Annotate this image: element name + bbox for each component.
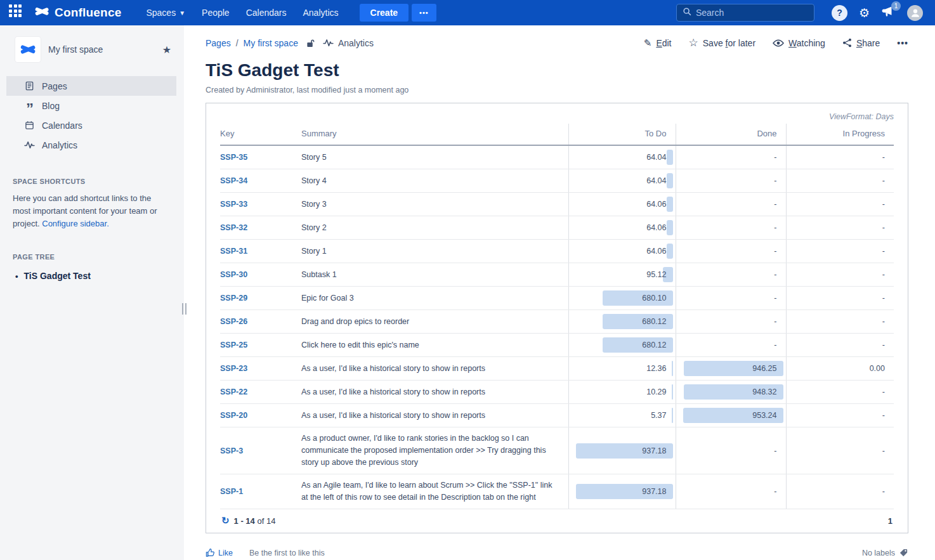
help-icon[interactable]: ? xyxy=(832,5,847,21)
todo-bar xyxy=(672,408,673,423)
issue-key-link[interactable]: SSP-33 xyxy=(220,200,247,209)
done-value: - xyxy=(774,341,776,349)
inprogress-value: - xyxy=(882,153,885,162)
sidebar-item-analytics[interactable]: Analytics xyxy=(6,135,176,155)
issue-key-link[interactable]: SSP-34 xyxy=(220,176,247,185)
nav-analytics[interactable]: Analytics xyxy=(303,8,338,18)
gear-icon[interactable]: ⚙ xyxy=(859,7,870,19)
issue-key-link[interactable]: SSP-29 xyxy=(220,294,247,303)
sidebar-item-calendars[interactable]: Calendars xyxy=(6,115,176,135)
issue-key-link[interactable]: SSP-20 xyxy=(220,411,247,420)
col-header-inprogress[interactable]: In Progress xyxy=(786,124,894,145)
inprogress-value: 0.00 xyxy=(870,364,885,373)
confluence-logo-icon xyxy=(34,4,49,22)
issue-summary: Story 3 xyxy=(301,193,568,216)
page-title: TiS Gadget Test xyxy=(206,60,908,81)
table-row: SSP-34 Story 4 64.04 - - xyxy=(220,169,894,193)
analytics-icon xyxy=(23,141,36,149)
issue-key-link[interactable]: SSP-26 xyxy=(220,317,247,326)
labels-section[interactable]: No labels xyxy=(862,548,908,557)
user-avatar[interactable] xyxy=(907,5,923,21)
col-header-summary[interactable]: Summary xyxy=(301,124,568,145)
todo-bar xyxy=(672,361,673,376)
table-row: SSP-22 As a user, I'd like a historical … xyxy=(220,381,894,404)
issue-key-link[interactable]: SSP-25 xyxy=(220,341,247,349)
issue-summary: Story 1 xyxy=(301,240,568,263)
done-value: - xyxy=(774,270,776,279)
sidebar-resize-grip[interactable] xyxy=(182,303,186,315)
configure-sidebar-link[interactable]: Configure sidebar. xyxy=(42,219,109,228)
sidebar-item-pages[interactable]: Pages xyxy=(6,76,176,96)
breadcrumb-pages-link[interactable]: Pages xyxy=(206,38,231,48)
todo-bar xyxy=(667,244,673,259)
favorite-star-icon[interactable]: ★ xyxy=(162,44,171,56)
save-for-later-button[interactable]: ☆ Save for later xyxy=(689,36,756,49)
table-row: SSP-32 Story 2 64.06 - - xyxy=(220,216,894,240)
nav-spaces[interactable]: Spaces ▼ xyxy=(146,8,185,18)
breadcrumb-space-link[interactable]: My first space xyxy=(244,38,298,48)
nav-more-button[interactable]: ••• xyxy=(412,4,436,22)
unlocked-icon[interactable] xyxy=(306,38,315,48)
col-header-done[interactable]: Done xyxy=(676,124,786,145)
share-button[interactable]: Share xyxy=(842,38,880,48)
like-button[interactable]: Like xyxy=(206,548,233,557)
inprogress-value: - xyxy=(882,270,885,279)
inprogress-value: - xyxy=(882,487,885,496)
done-value: - xyxy=(774,294,776,303)
issue-summary: As an Agile team, I'd like to learn abou… xyxy=(301,474,568,509)
todo-value: 937.18 xyxy=(642,487,666,496)
issue-summary: As a product owner, I'd like to rank sto… xyxy=(301,427,568,474)
page-more-button[interactable]: ••• xyxy=(897,38,908,48)
first-like-text: Be the first to like this xyxy=(249,549,325,557)
space-name[interactable]: My first space xyxy=(48,44,162,55)
issue-key-link[interactable]: SSP-1 xyxy=(220,487,243,496)
sidebar-item-blog[interactable]: ” Blog xyxy=(6,96,176,115)
done-value: - xyxy=(774,176,776,185)
issue-key-link[interactable]: SSP-3 xyxy=(220,446,243,455)
issue-summary: Story 4 xyxy=(301,169,568,193)
todo-bar xyxy=(667,197,673,212)
confluence-home-link[interactable]: Confluence xyxy=(34,4,121,22)
page-tree-item[interactable]: • TiS Gadget Test xyxy=(0,261,184,281)
search-box[interactable] xyxy=(676,4,814,22)
notifications-icon[interactable]: 1 xyxy=(882,6,895,20)
done-value: - xyxy=(774,247,776,256)
col-header-todo[interactable]: To Do xyxy=(568,124,676,145)
done-value: - xyxy=(774,317,776,326)
table-row: SSP-1 As an Agile team, I'd like to lear… xyxy=(220,474,894,509)
issue-key-link[interactable]: SSP-31 xyxy=(220,247,247,256)
todo-value: 680.12 xyxy=(642,317,666,326)
issue-summary: Subtask 1 xyxy=(301,263,568,287)
todo-value: 10.29 xyxy=(646,387,666,396)
todo-value: 64.06 xyxy=(646,223,666,232)
space-logo[interactable] xyxy=(15,37,41,62)
inprogress-value: - xyxy=(882,411,885,420)
app-switcher-icon[interactable] xyxy=(9,4,25,21)
nav-calendars[interactable]: Calendars xyxy=(246,8,287,18)
eye-icon xyxy=(773,39,784,47)
table-row: SSP-33 Story 3 64.06 - - xyxy=(220,193,894,216)
search-input[interactable] xyxy=(696,8,808,18)
todo-bar xyxy=(667,220,673,235)
issue-key-link[interactable]: SSP-32 xyxy=(220,223,247,232)
todo-value: 937.18 xyxy=(642,446,666,455)
todo-value: 64.04 xyxy=(646,176,666,185)
todo-value: 12.36 xyxy=(646,364,666,373)
issue-summary: As a user, I'd like a historical story t… xyxy=(301,381,568,404)
issue-key-link[interactable]: SSP-30 xyxy=(220,270,247,279)
current-page-number[interactable]: 1 xyxy=(888,516,893,526)
nav-people[interactable]: People xyxy=(202,8,230,18)
issue-key-link[interactable]: SSP-23 xyxy=(220,364,247,373)
create-button[interactable]: Create xyxy=(360,4,409,22)
edit-button[interactable]: ✎ Edit xyxy=(644,37,672,49)
issue-key-link[interactable]: SSP-35 xyxy=(220,153,247,162)
pulse-icon xyxy=(323,39,334,47)
page-byline: Created by Administrator, last modified … xyxy=(206,86,908,94)
table-row: SSP-20 As a user, I'd like a historical … xyxy=(220,404,894,427)
sidebar-item-label: Calendars xyxy=(42,120,82,131)
analytics-button[interactable]: Analytics xyxy=(323,38,374,48)
col-header-key[interactable]: Key xyxy=(220,124,301,145)
watching-button[interactable]: Watching xyxy=(773,38,825,48)
refresh-icon[interactable]: ↻ xyxy=(221,515,230,526)
issue-key-link[interactable]: SSP-22 xyxy=(220,387,247,396)
